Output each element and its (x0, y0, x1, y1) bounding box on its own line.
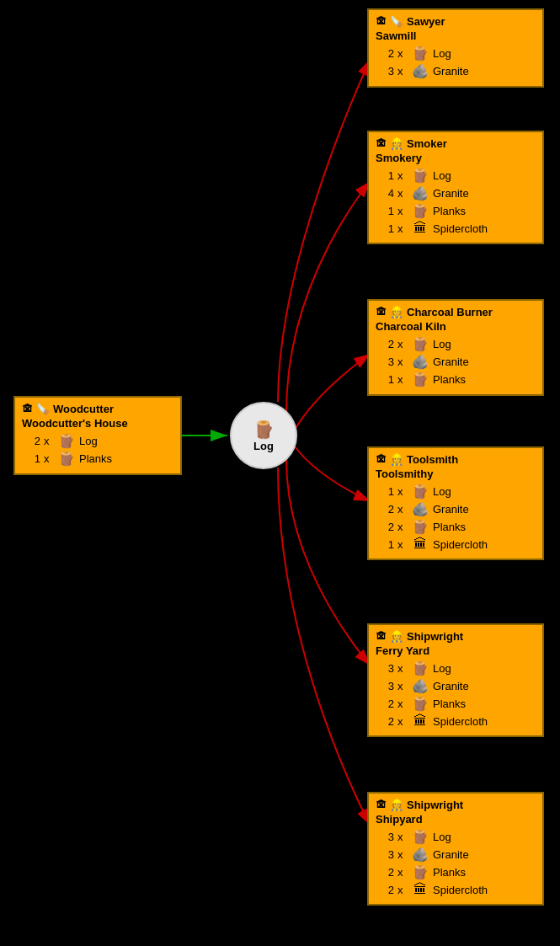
sawmill-res-1: 3 x 🪨 Granite (376, 63, 536, 79)
smokery-subtitle: Smokery (376, 152, 536, 164)
ferryyard-icon1: 🏚 (376, 630, 387, 643)
toolsmith-res-2: 2 x 🪵 Planks (376, 519, 536, 535)
target-shipyard: 🏚 👷 Shipwright Shipyard 3 x 🪵 Log 3 x 🪨 … (367, 792, 544, 906)
source-resource-1: 1 x 🪵 Planks (22, 451, 173, 467)
smokery-res-3: 1 x 🏛 Spidercloth (376, 221, 536, 236)
ferryyard-res-3: 2 x 🏛 Spidercloth (376, 714, 536, 729)
shipyard-icon1: 🏚 (376, 799, 387, 811)
shipyard-icon2: 👷 (390, 799, 403, 811)
shipyard-title: 🏚 👷 Shipwright (376, 799, 536, 811)
smokery-res-2: 1 x 🪵 Planks (376, 203, 536, 219)
charcoal-res-0: 2 x 🪵 Log (376, 336, 536, 352)
source-role: Woodcutter (53, 403, 114, 415)
toolsmith-res-1: 2 x 🪨 Granite (376, 501, 536, 517)
toolsmith-res-3: 1 x 🏛 Spidercloth (376, 537, 536, 552)
ferryyard-title: 🏚 👷 Shipwright (376, 630, 536, 643)
toolsmith-title: 🏚 👷 Toolsmith (376, 453, 536, 466)
ferryyard-res-2: 2 x 🪵 Planks (376, 696, 536, 712)
center-node: 🪵 Log (230, 402, 297, 469)
shipyard-res-0: 3 x 🪵 Log (376, 829, 536, 845)
shipyard-role: Shipwright (407, 799, 463, 811)
sawmill-icon2: 🪚 (390, 15, 403, 28)
toolsmith-role: Toolsmith (407, 453, 458, 466)
charcoal-icon1: 🏚 (376, 306, 387, 318)
charcoal-res-2: 1 x 🪵 Planks (376, 371, 536, 387)
ferryyard-role: Shipwright (407, 630, 463, 643)
center-icon: 🪵 (253, 420, 275, 440)
source-resource-0: 2 x 🪵 Log (22, 433, 173, 449)
target-sawmill: 🏚 🪚 Sawyer Sawmill 2 x 🪵 Log 3 x 🪨 Grani… (367, 8, 544, 88)
target-charcoal: 🏚 👷 Charcoal Burner Charcoal Kiln 2 x 🪵 … (367, 299, 544, 396)
toolsmith-res-0: 1 x 🪵 Log (376, 484, 536, 500)
smokery-icon2: 👷 (390, 137, 403, 150)
source-node: 🏚 🪚 Woodcutter Woodcutter's House 2 x 🪵 … (13, 396, 182, 475)
charcoal-role: Charcoal Burner (407, 306, 493, 318)
charcoal-res-1: 3 x 🪨 Granite (376, 354, 536, 370)
toolsmith-subtitle: Toolsmithy (376, 468, 536, 480)
smokery-role: Smoker (407, 137, 447, 150)
smokery-res-1: 4 x 🪨 Granite (376, 185, 536, 201)
target-ferryyard: 🏚 👷 Shipwright Ferry Yard 3 x 🪵 Log 3 x … (367, 623, 544, 737)
ferryyard-res-1: 3 x 🪨 Granite (376, 678, 536, 694)
source-worker-icon: 🪚 (36, 403, 50, 415)
smokery-icon1: 🏚 (376, 137, 387, 150)
sawmill-subtitle: Sawmill (376, 29, 536, 42)
ferryyard-icon2: 👷 (390, 630, 403, 643)
smokery-res-0: 1 x 🪵 Log (376, 168, 536, 184)
charcoal-subtitle: Charcoal Kiln (376, 320, 536, 333)
toolsmith-icon1: 🏚 (376, 453, 387, 466)
ferryyard-res-0: 3 x 🪵 Log (376, 660, 536, 676)
toolsmith-icon2: 👷 (390, 453, 403, 466)
shipyard-res-2: 2 x 🪵 Planks (376, 864, 536, 880)
ferryyard-subtitle: Ferry Yard (376, 644, 536, 657)
source-title-row: 🏚 🪚 Woodcutter (22, 403, 173, 415)
sawmill-role: Sawyer (407, 15, 445, 28)
source-building-icon: 🏚 (22, 403, 33, 415)
charcoal-title: 🏚 👷 Charcoal Burner (376, 306, 536, 318)
sawmill-res-0: 2 x 🪵 Log (376, 45, 536, 61)
shipyard-subtitle: Shipyard (376, 813, 536, 826)
target-toolsmith: 🏚 👷 Toolsmith Toolsmithy 1 x 🪵 Log 2 x 🪨… (367, 446, 544, 560)
source-subtitle: Woodcutter's House (22, 417, 173, 430)
shipyard-res-1: 3 x 🪨 Granite (376, 847, 536, 863)
charcoal-icon2: 👷 (390, 306, 403, 318)
target-smokery: 🏚 👷 Smoker Smokery 1 x 🪵 Log 4 x 🪨 Grani… (367, 131, 544, 244)
shipyard-res-3: 2 x 🏛 Spidercloth (376, 882, 536, 897)
smokery-title: 🏚 👷 Smoker (376, 137, 536, 150)
sawmill-title: 🏚 🪚 Sawyer (376, 15, 536, 28)
sawmill-icon1: 🏚 (376, 15, 387, 28)
center-label: Log (253, 440, 274, 452)
